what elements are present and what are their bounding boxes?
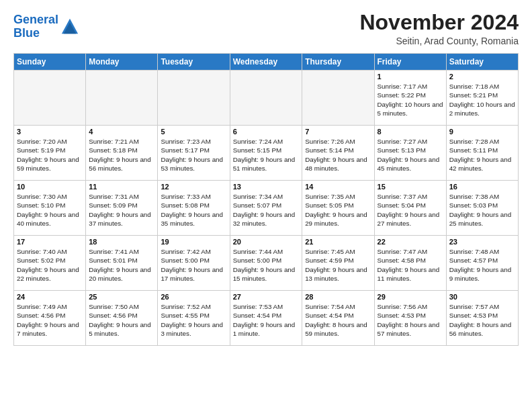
day-info: Sunrise: 7:42 AMSunset: 5:00 PMDaylight:… [161,247,226,283]
day-number: 30 [449,293,515,301]
day-number: 18 [89,238,154,246]
table-cell: 23Sunrise: 7:48 AMSunset: 4:57 PMDayligh… [446,236,518,291]
day-info: Sunrise: 7:17 AMSunset: 5:22 PMDaylight:… [378,82,443,118]
month-title: November 2024 [359,11,519,34]
table-cell: 7Sunrise: 7:26 AMSunset: 5:14 PMDaylight… [302,126,374,181]
day-number: 15 [378,183,443,191]
table-cell: 8Sunrise: 7:27 AMSunset: 5:13 PMDaylight… [374,126,446,181]
calendar-header-row: Sunday Monday Tuesday Wednesday Thursday… [14,54,519,71]
table-cell: 22Sunrise: 7:47 AMSunset: 4:58 PMDayligh… [374,236,446,291]
table-cell: 26Sunrise: 7:52 AMSunset: 4:55 PMDayligh… [158,291,230,346]
logo-line2: Blue [13,26,40,40]
week-row-1: 3Sunrise: 7:20 AMSunset: 5:19 PMDaylight… [14,126,519,181]
logo: General Blue [13,13,79,40]
day-number: 4 [89,128,154,136]
table-cell: 13Sunrise: 7:34 AMSunset: 5:07 PMDayligh… [230,181,302,236]
day-number: 21 [305,238,371,246]
logo-text: General Blue [13,13,58,40]
day-info: Sunrise: 7:57 AMSunset: 4:53 PMDaylight:… [449,302,515,338]
table-cell [230,71,302,126]
title-area: November 2024 Seitin, Arad County, Roman… [359,11,519,46]
day-number: 26 [161,293,226,301]
table-cell: 14Sunrise: 7:35 AMSunset: 5:05 PMDayligh… [302,181,374,236]
table-cell: 18Sunrise: 7:41 AMSunset: 5:01 PMDayligh… [86,236,158,291]
day-number: 28 [305,293,371,301]
day-number: 23 [449,238,515,246]
col-sunday: Sunday [14,54,86,71]
day-info: Sunrise: 7:23 AMSunset: 5:17 PMDaylight:… [161,137,226,173]
table-cell [14,71,86,126]
day-number: 6 [233,128,300,136]
day-info: Sunrise: 7:47 AMSunset: 4:58 PMDaylight:… [378,247,443,283]
day-info: Sunrise: 7:37 AMSunset: 5:04 PMDaylight:… [378,192,443,228]
table-cell [86,71,158,126]
table-cell: 17Sunrise: 7:40 AMSunset: 5:02 PMDayligh… [14,236,86,291]
table-cell: 5Sunrise: 7:23 AMSunset: 5:17 PMDaylight… [158,126,230,181]
table-cell: 2Sunrise: 7:18 AMSunset: 5:21 PMDaylight… [446,71,518,126]
table-cell: 19Sunrise: 7:42 AMSunset: 5:00 PMDayligh… [158,236,230,291]
day-number: 9 [449,128,515,136]
table-cell [302,71,374,126]
day-number: 10 [17,183,83,191]
table-cell: 21Sunrise: 7:45 AMSunset: 4:59 PMDayligh… [302,236,374,291]
week-row-0: 1Sunrise: 7:17 AMSunset: 5:22 PMDaylight… [14,71,519,126]
day-number: 25 [89,293,154,301]
col-thursday: Thursday [302,54,374,71]
day-number: 16 [449,183,515,191]
day-number: 2 [449,73,515,81]
day-number: 13 [233,183,300,191]
table-cell: 1Sunrise: 7:17 AMSunset: 5:22 PMDaylight… [374,71,446,126]
day-info: Sunrise: 7:33 AMSunset: 5:08 PMDaylight:… [161,192,226,228]
day-info: Sunrise: 7:35 AMSunset: 5:05 PMDaylight:… [305,192,371,228]
day-number: 7 [305,128,371,136]
day-number: 24 [17,293,83,301]
day-info: Sunrise: 7:49 AMSunset: 4:56 PMDaylight:… [17,302,83,338]
table-cell: 12Sunrise: 7:33 AMSunset: 5:08 PMDayligh… [158,181,230,236]
day-info: Sunrise: 7:21 AMSunset: 5:18 PMDaylight:… [89,137,154,173]
table-cell: 30Sunrise: 7:57 AMSunset: 4:53 PMDayligh… [446,291,518,346]
table-cell [158,71,230,126]
day-number: 27 [233,293,300,301]
day-info: Sunrise: 7:34 AMSunset: 5:07 PMDaylight:… [233,192,300,228]
day-info: Sunrise: 7:18 AMSunset: 5:21 PMDaylight:… [449,82,515,118]
day-info: Sunrise: 7:30 AMSunset: 5:10 PMDaylight:… [17,192,83,228]
day-number: 1 [378,73,443,81]
calendar: Sunday Monday Tuesday Wednesday Thursday… [13,53,519,346]
week-row-2: 10Sunrise: 7:30 AMSunset: 5:10 PMDayligh… [14,181,519,236]
col-tuesday: Tuesday [158,54,230,71]
day-info: Sunrise: 7:45 AMSunset: 4:59 PMDaylight:… [305,247,371,283]
day-number: 17 [17,238,83,246]
day-info: Sunrise: 7:52 AMSunset: 4:55 PMDaylight:… [161,302,226,338]
day-info: Sunrise: 7:56 AMSunset: 4:53 PMDaylight:… [378,302,443,338]
table-cell: 3Sunrise: 7:20 AMSunset: 5:19 PMDaylight… [14,126,86,181]
day-number: 3 [17,128,83,136]
day-number: 11 [89,183,154,191]
header: General Blue November 2024 Seitin, Arad … [13,11,519,46]
day-number: 8 [378,128,443,136]
day-info: Sunrise: 7:31 AMSunset: 5:09 PMDaylight:… [89,192,154,228]
day-info: Sunrise: 7:41 AMSunset: 5:01 PMDaylight:… [89,247,154,283]
day-number: 29 [378,293,443,301]
day-number: 12 [161,183,226,191]
table-cell: 29Sunrise: 7:56 AMSunset: 4:53 PMDayligh… [374,291,446,346]
logo-icon [60,17,79,36]
day-info: Sunrise: 7:27 AMSunset: 5:13 PMDaylight:… [378,137,443,173]
col-saturday: Saturday [446,54,518,71]
col-wednesday: Wednesday [230,54,302,71]
col-friday: Friday [374,54,446,71]
table-cell: 10Sunrise: 7:30 AMSunset: 5:10 PMDayligh… [14,181,86,236]
day-info: Sunrise: 7:26 AMSunset: 5:14 PMDaylight:… [305,137,371,173]
table-cell: 15Sunrise: 7:37 AMSunset: 5:04 PMDayligh… [374,181,446,236]
table-cell: 28Sunrise: 7:54 AMSunset: 4:54 PMDayligh… [302,291,374,346]
day-number: 14 [305,183,371,191]
day-info: Sunrise: 7:54 AMSunset: 4:54 PMDaylight:… [305,302,371,338]
table-cell: 27Sunrise: 7:53 AMSunset: 4:54 PMDayligh… [230,291,302,346]
col-monday: Monday [86,54,158,71]
table-cell: 16Sunrise: 7:38 AMSunset: 5:03 PMDayligh… [446,181,518,236]
day-info: Sunrise: 7:38 AMSunset: 5:03 PMDaylight:… [449,192,515,228]
day-info: Sunrise: 7:20 AMSunset: 5:19 PMDaylight:… [17,137,83,173]
logo-line1: General [13,13,58,26]
week-row-4: 24Sunrise: 7:49 AMSunset: 4:56 PMDayligh… [14,291,519,346]
day-number: 22 [378,238,443,246]
subtitle: Seitin, Arad County, Romania [359,36,519,46]
